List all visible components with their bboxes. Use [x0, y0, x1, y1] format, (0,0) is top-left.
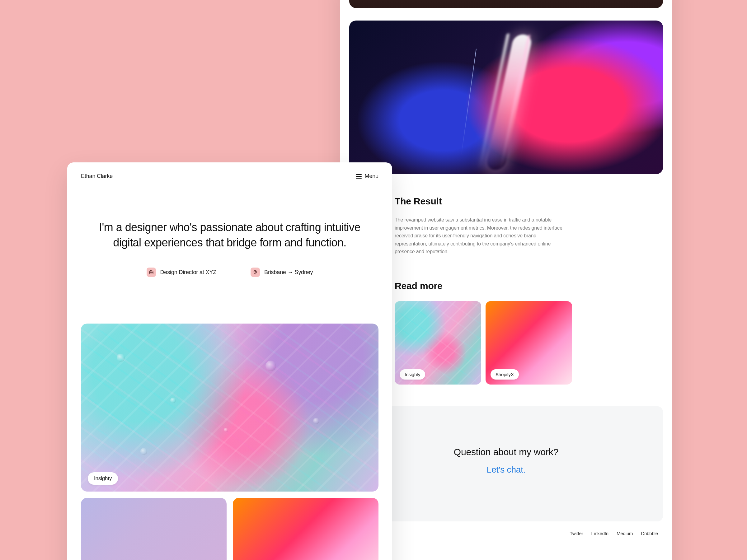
- bubble-icon: [170, 398, 176, 403]
- cta-question: Question about my work?: [362, 447, 650, 457]
- card-chip: ShopifyX: [491, 369, 519, 379]
- cta-block: Question about my work? Let's chat.: [349, 406, 663, 522]
- light-line: [461, 49, 476, 155]
- location-pin-icon: [251, 268, 260, 277]
- cta-link[interactable]: Let's chat.: [362, 465, 650, 475]
- briefcase-icon: [147, 268, 156, 277]
- home-projects: Insighty: [67, 277, 392, 560]
- readmore-section: Read more Insighty ShopifyX: [395, 281, 618, 384]
- menu-label: Menu: [365, 173, 379, 180]
- meta-role-text: Design Director at XYZ: [160, 269, 216, 276]
- bubble-icon: [265, 361, 276, 371]
- project-card-small-right[interactable]: [233, 498, 379, 560]
- swirl-overlay: [81, 324, 379, 491]
- bubble-icon: [224, 428, 228, 432]
- light-streak: [485, 34, 533, 170]
- home-hero: I'm a designer who's passionate about cr…: [67, 180, 392, 277]
- detail-inner: [340, 0, 672, 174]
- svg-point-4: [255, 271, 256, 272]
- result-body: The revamped website saw a substantial i…: [395, 216, 569, 256]
- project-card-insighty[interactable]: Insighty: [81, 324, 379, 491]
- detail-image-hero: [349, 21, 663, 174]
- brand-name[interactable]: Ethan Clarke: [81, 173, 113, 180]
- meta-location-text: Brisbane → Sydney: [264, 269, 313, 276]
- home-header: Ethan Clarke Menu: [67, 162, 392, 180]
- result-heading: The Result: [395, 196, 618, 207]
- bubble-icon: [117, 354, 125, 362]
- bubble-icon: [313, 418, 319, 424]
- readmore-heading: Read more: [395, 281, 618, 291]
- meta-role: Design Director at XYZ: [147, 268, 216, 277]
- meta-location: Brisbane → Sydney: [251, 268, 313, 277]
- readmore-card-shopifyx[interactable]: ShopifyX: [486, 301, 572, 384]
- bubble-icon: [140, 448, 147, 455]
- detail-image-top: [349, 0, 663, 8]
- hero-headline: I'm a designer who's passionate about cr…: [95, 220, 364, 250]
- readmore-card-insighty[interactable]: Insighty: [395, 301, 481, 384]
- project-row: [81, 498, 379, 560]
- footer-link-linkedin[interactable]: LinkedIn: [591, 531, 609, 536]
- footer-link-twitter[interactable]: Twitter: [570, 531, 583, 536]
- home-page-card: Ethan Clarke Menu I'm a designer who's p…: [67, 162, 392, 560]
- card-chip: Insighty: [400, 369, 425, 379]
- hero-meta: Design Director at XYZ Brisbane → Sydney: [95, 268, 364, 277]
- menu-icon: [356, 174, 362, 179]
- footer-link-medium[interactable]: Medium: [617, 531, 633, 536]
- menu-button[interactable]: Menu: [356, 173, 379, 180]
- footer-link-dribbble[interactable]: Dribbble: [641, 531, 658, 536]
- readmore-cards: Insighty ShopifyX: [395, 301, 618, 384]
- project-card-small-left[interactable]: [81, 498, 227, 560]
- project-chip: Insighty: [88, 472, 118, 485]
